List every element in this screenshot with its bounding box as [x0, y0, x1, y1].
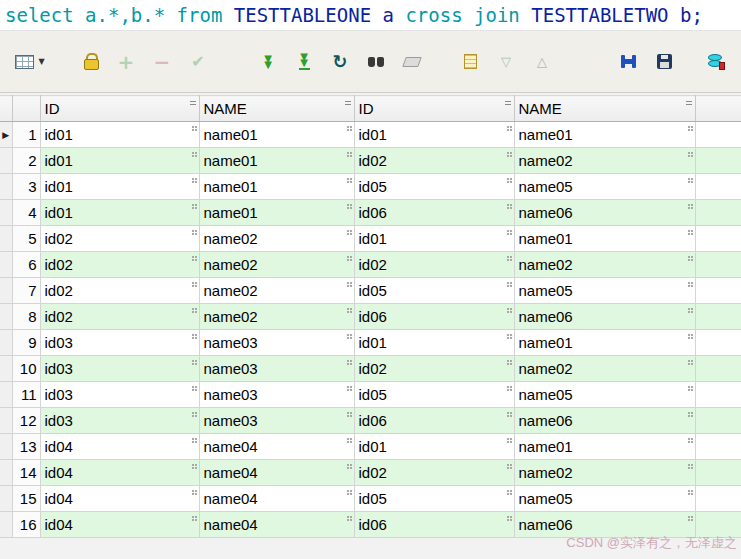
table-cell[interactable]: name01 — [199, 200, 354, 226]
row-number[interactable]: 3 — [12, 174, 40, 200]
row-number-header[interactable] — [12, 96, 40, 122]
table-cell[interactable]: id05 — [354, 174, 514, 200]
row-number[interactable]: 14 — [12, 460, 40, 486]
table-cell[interactable]: id06 — [354, 304, 514, 330]
refresh-button[interactable]: ↻ — [324, 41, 356, 83]
row-number[interactable]: 9 — [12, 330, 40, 356]
sql-editor[interactable]: select a.*,b.* from TESTTABLEONE a cross… — [0, 0, 741, 31]
database-button[interactable] — [700, 41, 732, 83]
column-header[interactable]: NAME — [199, 96, 354, 122]
table-cell[interactable]: name02 — [199, 304, 354, 330]
row-number[interactable]: 6 — [12, 252, 40, 278]
table-cell[interactable]: name01 — [514, 330, 695, 356]
table-cell[interactable]: name04 — [199, 486, 354, 512]
table-cell[interactable]: name01 — [514, 122, 695, 148]
table-cell[interactable]: id02 — [354, 460, 514, 486]
table-cell[interactable]: id01 — [354, 122, 514, 148]
table-cell[interactable]: id04 — [40, 486, 199, 512]
lock-button[interactable] — [74, 41, 106, 83]
row-number[interactable]: 4 — [12, 200, 40, 226]
export-button[interactable] — [454, 41, 486, 83]
table-cell[interactable]: id01 — [354, 330, 514, 356]
table-cell[interactable]: name02 — [514, 460, 695, 486]
table-cell[interactable]: name01 — [199, 174, 354, 200]
row-number[interactable]: 2 — [12, 148, 40, 174]
row-number[interactable]: 16 — [12, 512, 40, 538]
column-header[interactable]: ID — [354, 96, 514, 122]
table-cell[interactable]: name04 — [199, 460, 354, 486]
row-number[interactable]: 10 — [12, 356, 40, 382]
table-cell[interactable]: name01 — [199, 148, 354, 174]
table-cell[interactable]: name02 — [199, 226, 354, 252]
table-cell[interactable]: name01 — [514, 434, 695, 460]
column-resize-mark[interactable] — [345, 101, 351, 102]
row-number[interactable]: 11 — [12, 382, 40, 408]
row-number[interactable]: 8 — [12, 304, 40, 330]
table-cell[interactable]: id05 — [354, 382, 514, 408]
fetch-next-page-button[interactable]: ▼▼ — [252, 41, 284, 83]
row-number[interactable]: 13 — [12, 434, 40, 460]
table-cell[interactable]: name02 — [199, 278, 354, 304]
table-cell[interactable]: name06 — [514, 304, 695, 330]
table-cell[interactable]: id02 — [40, 278, 199, 304]
table-cell[interactable]: name04 — [199, 434, 354, 460]
grid-mode-button[interactable]: ▼ — [8, 41, 52, 83]
table-cell[interactable]: id03 — [40, 330, 199, 356]
save-button[interactable] — [648, 41, 680, 83]
table-cell[interactable]: name01 — [199, 122, 354, 148]
table-cell[interactable]: name02 — [514, 148, 695, 174]
report-button[interactable] — [736, 41, 741, 83]
column-resize-mark[interactable] — [190, 101, 196, 102]
table-cell[interactable]: id02 — [354, 252, 514, 278]
row-number[interactable]: 5 — [12, 226, 40, 252]
table-cell[interactable]: name05 — [514, 486, 695, 512]
table-cell[interactable]: id05 — [354, 278, 514, 304]
table-cell[interactable]: name03 — [199, 408, 354, 434]
table-cell[interactable]: id01 — [40, 174, 199, 200]
table-cell[interactable]: name05 — [514, 174, 695, 200]
table-cell[interactable]: id02 — [40, 252, 199, 278]
table-cell[interactable]: id03 — [40, 408, 199, 434]
column-resize-mark[interactable] — [686, 101, 692, 102]
table-cell[interactable]: id02 — [40, 226, 199, 252]
table-cell[interactable]: id05 — [354, 486, 514, 512]
table-cell[interactable]: name05 — [514, 278, 695, 304]
table-cell[interactable]: name01 — [514, 226, 695, 252]
column-header[interactable]: NAME — [514, 96, 695, 122]
table-cell[interactable]: name03 — [199, 382, 354, 408]
table-cell[interactable]: id01 — [354, 226, 514, 252]
table-cell[interactable]: name02 — [514, 356, 695, 382]
column-resize-mark[interactable] — [505, 101, 511, 102]
row-number[interactable]: 15 — [12, 486, 40, 512]
column-header[interactable]: ID — [40, 96, 199, 122]
table-cell[interactable]: id01 — [354, 434, 514, 460]
table-cell[interactable]: id06 — [354, 512, 514, 538]
table-cell[interactable]: id06 — [354, 408, 514, 434]
fetch-all-button[interactable]: ▼▼ — [288, 41, 320, 83]
table-cell[interactable]: id02 — [354, 148, 514, 174]
table-cell[interactable]: name03 — [199, 356, 354, 382]
table-cell[interactable]: name03 — [199, 330, 354, 356]
table-cell[interactable]: id01 — [40, 148, 199, 174]
row-number[interactable]: 12 — [12, 408, 40, 434]
table-cell[interactable]: id04 — [40, 460, 199, 486]
find-button[interactable] — [360, 41, 392, 83]
table-cell[interactable]: id01 — [40, 200, 199, 226]
row-number[interactable]: 1 — [12, 122, 40, 148]
row-number[interactable]: 7 — [12, 278, 40, 304]
table-cell[interactable]: name06 — [514, 200, 695, 226]
table-cell[interactable]: name05 — [514, 382, 695, 408]
table-cell[interactable]: id01 — [40, 122, 199, 148]
table-cell[interactable]: id02 — [40, 304, 199, 330]
table-cell[interactable]: name06 — [514, 408, 695, 434]
table-cell[interactable]: name02 — [199, 252, 354, 278]
table-cell[interactable]: id03 — [40, 382, 199, 408]
table-cell[interactable]: id03 — [40, 356, 199, 382]
table-cell[interactable]: id06 — [354, 200, 514, 226]
table-cell[interactable]: id04 — [40, 512, 199, 538]
table-cell[interactable]: name04 — [199, 512, 354, 538]
link-button[interactable] — [612, 41, 644, 83]
table-cell[interactable]: name02 — [514, 252, 695, 278]
table-cell[interactable]: id02 — [354, 356, 514, 382]
table-cell[interactable]: id04 — [40, 434, 199, 460]
